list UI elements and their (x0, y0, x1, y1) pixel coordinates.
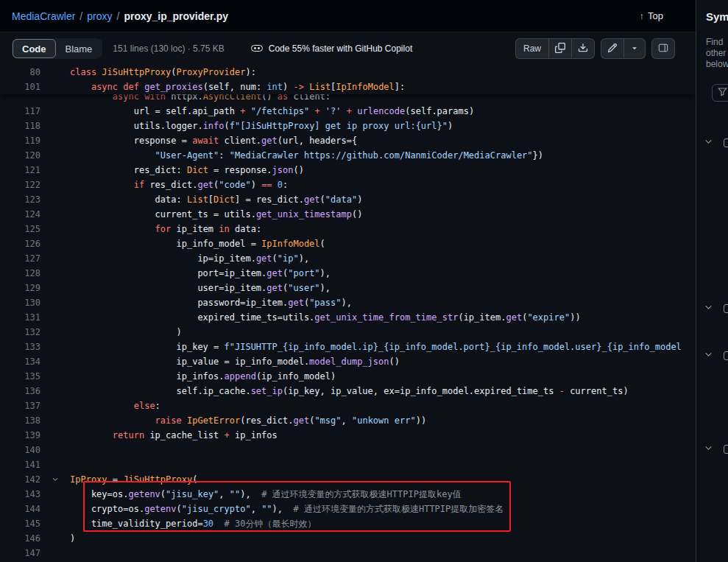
code-line: 135 ip_infos.append(ip_info_model) (0, 369, 696, 384)
line-number[interactable]: 130 (0, 295, 40, 310)
breadcrumb-bar: MediaCrawler / proxy / proxy_ip_provider… (0, 0, 696, 32)
line-number[interactable]: 133 (0, 340, 40, 354)
code-line: 147 (0, 546, 696, 561)
breadcrumb-repo-link[interactable]: MediaCrawler (12, 10, 75, 22)
code-text: if res_dict.get("code") == 0: (70, 178, 696, 192)
code-line: 123 data: List[Dict] = res_dict.get("dat… (0, 192, 696, 207)
symbol-tree-item[interactable] (704, 443, 728, 456)
code-line: 144 crypto=os.getenv("jisu_crypto", ""),… (0, 502, 696, 516)
fold-chevron-icon[interactable] (40, 472, 70, 487)
fold-gutter (40, 487, 70, 502)
fold-gutter (40, 104, 70, 119)
fold-gutter (40, 178, 70, 192)
code-text: utils.logger.info(f"[JiSuHttpProxy] get … (70, 119, 696, 133)
line-number[interactable]: 80 (0, 65, 40, 80)
breadcrumb-folder-link[interactable]: proxy (87, 10, 112, 22)
breadcrumb-separator: / (79, 10, 82, 22)
code-line: 138 raise IpGetError(res_dict.get("msg",… (0, 413, 696, 428)
code-line: 137 else: (0, 398, 696, 413)
code-text: url = self.api_path + "/fetchips" + '?' … (70, 104, 696, 119)
line-number[interactable]: 118 (0, 119, 40, 133)
line-number[interactable]: 147 (0, 546, 40, 561)
code-text: response = await client.get(url, headers… (70, 133, 696, 148)
line-number[interactable]: 122 (0, 178, 40, 192)
symbols-description-line: Find (706, 37, 728, 48)
code-line: 116 async with httpx.AsyncClient() as cl… (0, 94, 696, 104)
code-line: 121 res_dict: Dict = response.json() (0, 163, 696, 178)
fold-gutter (40, 133, 70, 148)
symbol-tree-item[interactable] (704, 302, 728, 315)
scroll-to-top-label: Top (648, 10, 663, 21)
line-number[interactable]: 137 (0, 398, 40, 413)
toggle-symbols-panel-button[interactable] (651, 38, 675, 59)
line-number[interactable]: 131 (0, 310, 40, 325)
code-text: ip_info_model = IpInfoModel( (70, 236, 696, 251)
chevron-down-icon (704, 349, 713, 362)
line-number[interactable]: 125 (0, 222, 40, 236)
line-number[interactable]: 141 (0, 457, 40, 472)
code-line: 126 ip_info_model = IpInfoModel( (0, 236, 696, 251)
tab-code[interactable]: Code (13, 39, 56, 58)
fold-gutter (40, 516, 70, 531)
line-number[interactable]: 135 (0, 369, 40, 384)
filter-symbols-input[interactable] (712, 84, 728, 102)
edit-button[interactable] (601, 38, 624, 59)
raw-button[interactable]: Raw (515, 38, 549, 59)
line-number[interactable]: 127 (0, 251, 40, 266)
symbol-kind-icon (724, 445, 728, 454)
scroll-to-top-button[interactable]: ↑ Top (640, 10, 663, 21)
fold-gutter (40, 80, 70, 94)
code-text: async def get_proxies(self, num: int) ->… (70, 80, 696, 94)
line-number[interactable]: 136 (0, 384, 40, 398)
line-number[interactable]: 129 (0, 281, 40, 295)
breadcrumb: MediaCrawler / proxy / proxy_ip_provider… (12, 10, 228, 22)
code-text: for ip_item in data: (70, 222, 696, 236)
symbol-tree-item[interactable] (704, 349, 728, 362)
line-number[interactable]: 146 (0, 531, 40, 546)
code-line: 136 self.ip_cache.set_ip(ip_key, ip_valu… (0, 384, 696, 398)
code-text: "User-Agent": "MediaCrawler https://gith… (70, 148, 696, 163)
line-number[interactable]: 132 (0, 325, 40, 340)
sticky-context-lines: 80class JiSuHttpProxy(ProxyProvider):101… (0, 65, 696, 94)
line-number[interactable]: 134 (0, 354, 40, 369)
line-number[interactable]: 140 (0, 443, 40, 457)
symbols-panel-description: Find other below (706, 37, 728, 70)
fold-gutter (40, 148, 70, 163)
fold-gutter (40, 310, 70, 325)
line-number[interactable]: 123 (0, 192, 40, 207)
arrow-up-icon: ↑ (640, 10, 645, 21)
line-number[interactable]: 145 (0, 516, 40, 531)
symbol-tree-item[interactable] (704, 136, 728, 150)
line-number[interactable]: 121 (0, 163, 40, 178)
line-number[interactable]: 144 (0, 502, 40, 516)
line-number[interactable]: 124 (0, 207, 40, 222)
code-line: 101 async def get_proxies(self, num: int… (0, 80, 696, 94)
fold-gutter (40, 222, 70, 236)
code-text: ip_key = f"JISUHTTP_{ip_info_model.ip}_{… (70, 340, 696, 354)
line-number[interactable]: 139 (0, 428, 40, 443)
line-number[interactable]: 128 (0, 266, 40, 281)
tab-blame[interactable]: Blame (56, 39, 102, 58)
line-number[interactable]: 138 (0, 413, 40, 428)
code-text: ip_value = ip_info_model.model_dump_json… (70, 354, 696, 369)
code-line: 120 "User-Agent": "MediaCrawler https://… (0, 148, 696, 163)
code-line: 141 (0, 457, 696, 472)
code-text: expired_time_ts=utils.get_unix_time_from… (70, 310, 696, 325)
copilot-banner-text: Code 55% faster with GitHub Copilot (269, 43, 412, 54)
code-text: ip_infos.append(ip_info_model) (70, 369, 696, 384)
code-line: 134 ip_value = ip_info_model.model_dump_… (0, 354, 696, 369)
copy-button[interactable] (548, 38, 572, 59)
symbols-description-line: below (706, 59, 728, 70)
line-number[interactable]: 142 (0, 472, 40, 487)
download-button[interactable] (571, 38, 595, 59)
line-number[interactable]: 117 (0, 104, 40, 119)
line-number[interactable]: 119 (0, 133, 40, 148)
sidebar-panel-icon (658, 43, 668, 55)
code-line: 124 current_ts = utils.get_unix_timestam… (0, 207, 696, 222)
line-number[interactable]: 143 (0, 487, 40, 502)
line-number[interactable]: 126 (0, 236, 40, 251)
edit-dropdown-button[interactable] (623, 38, 646, 59)
line-number[interactable]: 101 (0, 80, 40, 94)
chevron-down-icon (704, 443, 713, 456)
line-number[interactable]: 120 (0, 148, 40, 163)
